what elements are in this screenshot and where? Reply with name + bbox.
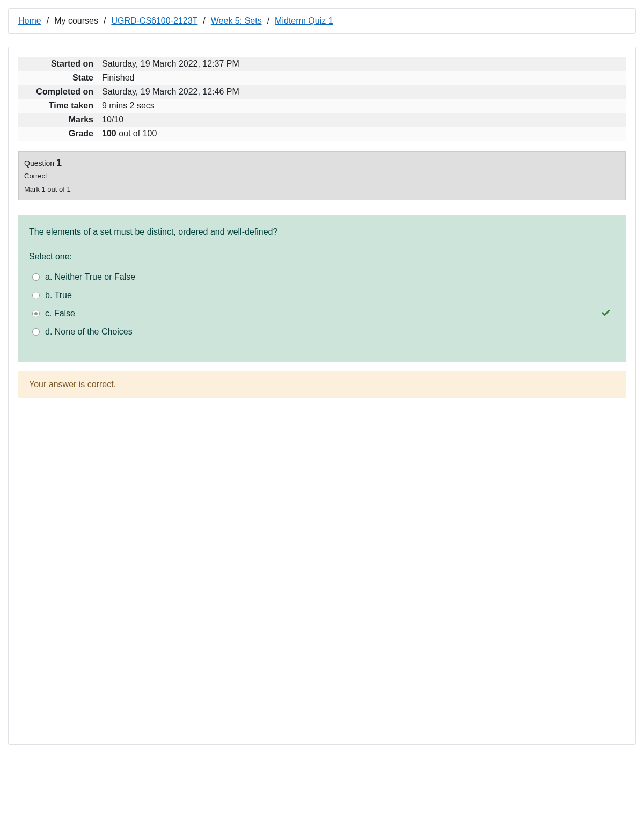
summary-label: Grade: [18, 127, 99, 141]
table-row: Time taken 9 mins 2 secs: [18, 99, 626, 113]
feedback-text: Your answer is correct.: [29, 380, 116, 389]
summary-value: 9 mins 2 secs: [99, 99, 626, 113]
question-content: The elements of a set must be distinct, …: [18, 215, 626, 362]
breadcrumb-item: Home: [18, 16, 41, 26]
summary-value: Saturday, 19 March 2022, 12:37 PM: [99, 57, 626, 71]
grade-value-bold: 100: [102, 129, 116, 138]
table-row: Started on Saturday, 19 March 2022, 12:3…: [18, 57, 626, 71]
breadcrumb-item: Week 5: Sets: [211, 16, 262, 26]
breadcrumb-separator: /: [203, 16, 205, 26]
table-row: Grade 100 out of 100: [18, 127, 626, 141]
grade-value-rest: out of 100: [116, 129, 157, 138]
summary-label: Started on: [18, 57, 99, 71]
check-icon: [601, 308, 611, 320]
answer-label: d. None of the Choices: [45, 327, 133, 337]
summary-value: 10/10: [99, 113, 626, 127]
answer-label: c. False: [45, 309, 75, 318]
question-text: The elements of a set must be distinct, …: [29, 227, 616, 237]
question-number-line: Question 1: [24, 157, 620, 169]
question-header: Question 1 Correct Mark 1 out of 1: [18, 151, 626, 200]
summary-label: State: [18, 71, 99, 85]
breadcrumb-link[interactable]: Midterm Quiz 1: [275, 16, 333, 26]
question-number: 1: [56, 157, 62, 168]
breadcrumb-separator: /: [267, 16, 269, 26]
summary-value: 100 out of 100: [99, 127, 626, 141]
breadcrumb-separator: /: [47, 16, 49, 26]
radio-button[interactable]: [32, 292, 40, 299]
breadcrumb-link[interactable]: UGRD-CS6100-2123T: [111, 16, 197, 26]
question-heading-prefix: Question: [24, 159, 56, 168]
summary-label: Marks: [18, 113, 99, 127]
breadcrumb-item: My courses: [54, 16, 98, 26]
breadcrumb-link[interactable]: Week 5: Sets: [211, 16, 262, 26]
table-row: Completed on Saturday, 19 March 2022, 12…: [18, 85, 626, 99]
question-mark: Mark 1 out of 1: [24, 185, 620, 193]
summary-value: Saturday, 19 March 2022, 12:46 PM: [99, 85, 626, 99]
content-panel: Started on Saturday, 19 March 2022, 12:3…: [8, 47, 636, 745]
answer-option[interactable]: c. False: [29, 304, 616, 323]
quiz-summary-table: Started on Saturday, 19 March 2022, 12:3…: [18, 57, 626, 141]
answer-label: a. Neither True or False: [45, 272, 135, 282]
breadcrumb-item: Midterm Quiz 1: [275, 16, 333, 26]
feedback-box: Your answer is correct.: [18, 371, 626, 398]
summary-label: Completed on: [18, 85, 99, 99]
answer-list: a. Neither True or Falseb. Truec. Falsed…: [29, 268, 616, 341]
answer-option[interactable]: b. True: [29, 286, 616, 304]
radio-button[interactable]: [32, 273, 40, 281]
answer-label: b. True: [45, 291, 72, 300]
breadcrumb-item: UGRD-CS6100-2123T: [111, 16, 197, 26]
table-row: State Finished: [18, 71, 626, 85]
breadcrumb-link[interactable]: Home: [18, 16, 41, 26]
summary-value: Finished: [99, 71, 626, 85]
answer-option[interactable]: d. None of the Choices: [29, 323, 616, 341]
breadcrumb: Home/My courses/UGRD-CS6100-2123T/Week 5…: [18, 16, 626, 26]
question-status: Correct: [24, 172, 620, 180]
summary-label: Time taken: [18, 99, 99, 113]
breadcrumb-text: My courses: [54, 16, 98, 26]
breadcrumb-panel: Home/My courses/UGRD-CS6100-2123T/Week 5…: [8, 8, 636, 34]
question-prompt: Select one:: [29, 252, 616, 262]
answer-option[interactable]: a. Neither True or False: [29, 268, 616, 286]
radio-button[interactable]: [32, 310, 40, 317]
breadcrumb-separator: /: [104, 16, 106, 26]
table-row: Marks 10/10: [18, 113, 626, 127]
radio-button[interactable]: [32, 328, 40, 336]
